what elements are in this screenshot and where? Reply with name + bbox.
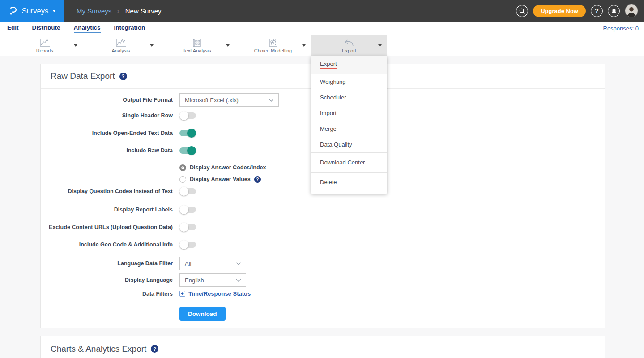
product-switcher[interactable]: Surveys (0, 0, 64, 22)
panel-title: Raw Data Export (51, 71, 115, 81)
header-actions: Upgrade Now ? (516, 4, 644, 17)
answer-values-help-icon[interactable]: ? (254, 176, 261, 183)
upgrade-now-button[interactable]: Upgrade Now (533, 5, 586, 17)
choice-modelling-icon (267, 38, 279, 47)
menu-item-data-quality[interactable]: Data Quality (311, 137, 387, 152)
panel-title: Charts & Analytics Export (51, 344, 146, 354)
exclude-content-urls-row: Exclude Content URLs (Upload Question Da… (41, 223, 605, 232)
include-raw-data-toggle[interactable] (179, 146, 196, 155)
user-photo (625, 4, 638, 17)
question-icon: ? (595, 7, 599, 14)
report-labels-toggle[interactable] (179, 205, 196, 214)
include-open-ended-toggle[interactable] (179, 129, 196, 138)
reports-dropdown-caret[interactable] (74, 44, 77, 47)
reports-chart-icon (38, 38, 51, 47)
breadcrumb-separator-icon: › (117, 8, 119, 14)
analysis-dropdown-caret[interactable] (150, 44, 154, 47)
display-answer-values-radio[interactable] (179, 176, 186, 183)
data-filters-row: Data Filters + Time/Response Status (41, 290, 605, 297)
toolbar-reports[interactable]: Reports (7, 35, 83, 56)
toolbar-export[interactable]: Export (311, 35, 387, 56)
top-header: Surveys My Surveys › New Survey Upgrade … (0, 0, 644, 22)
geo-code-toggle[interactable] (179, 240, 196, 249)
raw-data-export-help-icon[interactable]: ? (119, 73, 127, 80)
display-language-select[interactable]: English (179, 273, 246, 287)
answer-codes-option: Display Answer Codes/Index (179, 162, 605, 173)
answer-values-option: Display Answer Values ? (179, 173, 605, 185)
menu-item-scheduler[interactable]: Scheduler (311, 90, 387, 105)
language-data-filter-select[interactable]: All (179, 257, 246, 270)
notifications-button[interactable] (608, 5, 620, 17)
search-button[interactable] (516, 5, 528, 17)
menu-item-delete[interactable]: Delete (311, 173, 387, 192)
plus-icon: + (179, 291, 185, 297)
menu-item-download-center[interactable]: Download Center (311, 153, 387, 172)
menu-item-weighting[interactable]: Weighting (311, 74, 387, 90)
charts-analytics-export-panel: Charts & Analytics Export ? (40, 336, 605, 358)
product-name: Surveys (22, 7, 49, 15)
single-header-row-toggle[interactable] (179, 111, 196, 120)
time-response-status-link[interactable]: + Time/Response Status (179, 290, 251, 297)
menu-item-export[interactable]: Export (311, 56, 387, 74)
choice-modelling-dropdown-caret[interactable] (302, 44, 306, 47)
breadcrumb-current: New Survey (125, 7, 162, 15)
charts-analytics-export-header: Charts & Analytics Export ? (41, 336, 605, 358)
output-file-format-select[interactable]: Microsoft Excel (.xls) (179, 93, 279, 107)
toolbar-analysis[interactable]: Analysis (83, 35, 159, 56)
export-arrow-icon (343, 38, 355, 47)
responses-count: Responses: 0 (603, 25, 639, 32)
analytics-toolbar: Reports Analysis Text Analysis (0, 35, 644, 56)
menu-item-import[interactable]: Import (311, 105, 387, 121)
display-language-row: Display Language English (41, 273, 605, 287)
chevron-down-icon (269, 99, 274, 102)
analysis-chart-icon (115, 38, 127, 47)
avatar[interactable] (625, 4, 638, 17)
menu-item-merge[interactable]: Merge (311, 121, 387, 137)
breadcrumb-my-surveys[interactable]: My Surveys (77, 7, 111, 15)
chevron-down-icon (52, 10, 56, 12)
breadcrumb: My Surveys › New Survey (77, 7, 162, 15)
toolbar-choice-modelling[interactable]: Choice Modelling (235, 35, 311, 56)
survey-section-tabs: Edit Distribute Analytics Integration Re… (0, 22, 644, 35)
geo-code-row: Include Geo Code & Additional Info (41, 240, 605, 249)
tab-edit[interactable]: Edit (7, 24, 19, 33)
question-codes-toggle[interactable] (179, 187, 196, 196)
exclude-content-urls-toggle[interactable] (179, 223, 196, 232)
charts-analytics-help-icon[interactable]: ? (151, 345, 158, 353)
questionpro-logo-icon (8, 6, 18, 16)
help-button[interactable]: ? (591, 5, 603, 17)
export-dropdown-caret[interactable] (378, 44, 382, 47)
download-row: Download (41, 303, 605, 328)
search-icon (519, 8, 525, 14)
report-labels-row: Display Report Labels (41, 205, 605, 214)
download-button[interactable]: Download (179, 307, 226, 321)
tab-distribute[interactable]: Distribute (32, 24, 60, 33)
chevron-down-icon (236, 262, 241, 265)
text-analysis-dropdown-caret[interactable] (226, 44, 230, 47)
bell-icon (611, 8, 617, 14)
tab-integration[interactable]: Integration (114, 24, 145, 33)
tab-analytics[interactable]: Analytics (74, 24, 101, 33)
export-dropdown-menu: Export Weighting Scheduler Import Merge … (311, 56, 387, 194)
language-data-filter-row: Language Data Filter All (41, 257, 605, 270)
text-analysis-icon (192, 38, 202, 47)
toolbar-text-analysis[interactable]: Text Analysis (159, 35, 235, 56)
display-answer-codes-radio[interactable] (179, 164, 186, 171)
chevron-down-icon (236, 279, 241, 282)
